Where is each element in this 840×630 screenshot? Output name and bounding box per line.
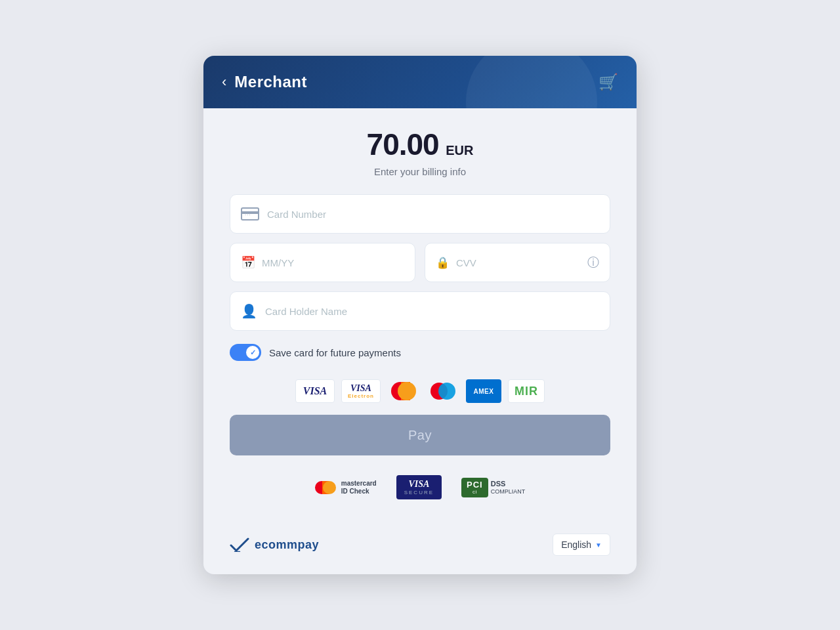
header-left: ‹ Merchant <box>222 73 307 91</box>
visa-brand: VISA <box>295 379 335 403</box>
ecommpay-logo: ecommpay <box>230 537 319 552</box>
security-badges: mastercardID Check VISA SECURE PCI ci DS… <box>230 469 610 511</box>
back-button[interactable]: ‹ <box>222 75 226 89</box>
header: ‹ Merchant 🛒 <box>203 56 637 108</box>
expiry-cvv-row: 📅 🔒 ⓘ <box>230 243 610 282</box>
ecommpay-brand-text: ecommpay <box>255 538 319 552</box>
amex-brand: AMEX <box>466 379 501 403</box>
cardholder-field[interactable]: 👤 <box>230 291 610 331</box>
visa-secure-text: SECURE <box>404 490 434 495</box>
card-brands: VISA VISA Electron <box>230 373 610 415</box>
save-card-row: ✓ Save card for future payments <box>230 340 610 373</box>
visa-electron-sub: Electron <box>348 394 374 399</box>
expiry-field[interactable]: 📅 <box>230 243 415 282</box>
merchant-title: Merchant <box>234 73 307 91</box>
pay-button[interactable]: Pay <box>230 415 610 455</box>
cvv-field[interactable]: 🔒 ⓘ <box>425 243 610 282</box>
pci-box: PCI ci <box>461 478 488 497</box>
visa-secure-logo: VISA <box>404 479 434 490</box>
lock-icon: 🔒 <box>436 256 450 270</box>
visa-classic-logo: VISA <box>303 385 327 397</box>
pci-ci: ci <box>472 489 477 495</box>
mastercard-id-check-badge: mastercardID Check <box>315 480 377 495</box>
expiry-input[interactable] <box>262 257 404 268</box>
amount-value: 70.00 <box>367 127 439 161</box>
toggle-thumb: ✓ <box>246 346 259 359</box>
amount-display: 70.00 EUR <box>230 127 610 162</box>
toggle-check-icon: ✓ <box>250 348 256 357</box>
mc-s-orange <box>323 481 336 494</box>
amount-subtitle: Enter your billing info <box>230 166 610 177</box>
cart-icon[interactable]: 🛒 <box>598 73 618 91</box>
amount-section: 70.00 EUR Enter your billing info <box>203 108 637 188</box>
visa-secure-badge: VISA SECURE <box>396 475 442 499</box>
cvv-input[interactable] <box>456 257 587 268</box>
maestro-logo <box>430 382 455 400</box>
calendar-icon: 📅 <box>241 255 255 270</box>
cvv-info-icon[interactable]: ⓘ <box>587 255 599 270</box>
card-icon <box>241 207 259 220</box>
dss-label: DSS <box>491 480 526 488</box>
mc-id-logo <box>315 481 336 494</box>
ecommpay-check-icon <box>230 537 249 552</box>
mastercard-logo <box>391 382 416 400</box>
user-icon: 👤 <box>241 303 257 319</box>
pci-dss-badge: PCI ci DSS COMPLIANT <box>461 478 525 497</box>
save-card-toggle[interactable]: ✓ <box>230 344 261 361</box>
cardholder-input[interactable] <box>265 306 599 317</box>
mc-orange-circle <box>398 382 416 400</box>
maestro-brand <box>427 379 459 403</box>
pci-text: PCI <box>467 480 483 489</box>
payment-widget: ‹ Merchant 🛒 70.00 EUR Enter your billin… <box>203 56 637 574</box>
language-arrow-icon: ▼ <box>595 541 602 549</box>
language-selector[interactable]: English ▼ <box>553 534 610 556</box>
dss-compliant: COMPLIANT <box>491 488 526 495</box>
visa-electron-logo: VISA <box>350 384 371 393</box>
save-card-label: Save card for future payments <box>269 347 401 358</box>
mir-brand: MIR <box>508 379 545 403</box>
mc-id-check-text: mastercardID Check <box>341 480 377 495</box>
card-number-field[interactable] <box>230 194 610 234</box>
language-label: English <box>561 539 591 550</box>
visa-electron-brand: VISA Electron <box>341 379 381 403</box>
mir-logo: MIR <box>514 385 538 398</box>
maestro-blue-circle <box>438 383 455 400</box>
mastercard-brand <box>387 379 420 403</box>
form-section: 📅 🔒 ⓘ 👤 ✓ Save card for future payments <box>203 188 637 524</box>
amount-currency: EUR <box>446 143 473 158</box>
amex-logo: AMEX <box>474 388 494 395</box>
dss-text-block: DSS COMPLIANT <box>491 480 526 495</box>
footer: ecommpay English ▼ <box>203 524 637 574</box>
card-number-input[interactable] <box>267 209 599 220</box>
